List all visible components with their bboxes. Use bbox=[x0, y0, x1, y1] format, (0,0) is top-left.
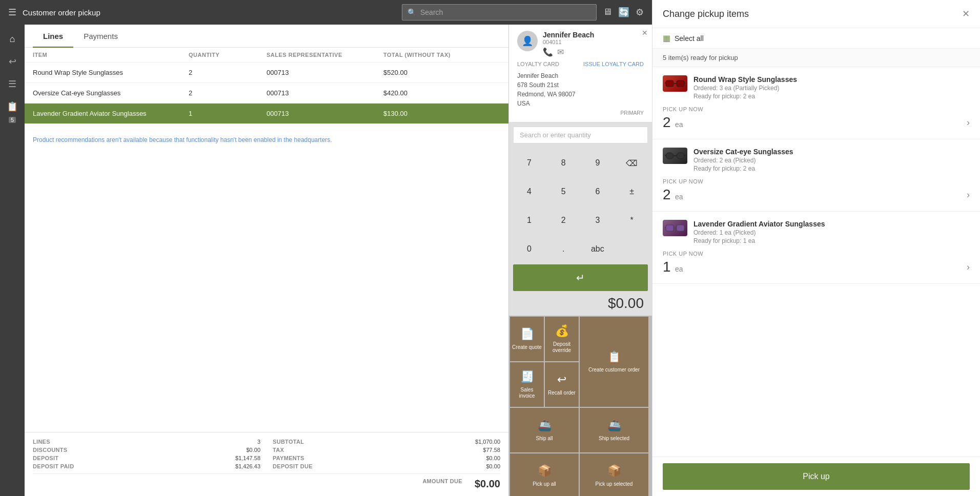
pickup-all-icon: 📦 bbox=[538, 464, 552, 478]
item-name: Lavender Gradient Aviator Sunglasses bbox=[693, 220, 970, 228]
numpad-5[interactable]: 5 bbox=[547, 178, 580, 205]
pickup-items-list: Round Wrap Style Sunglasses Ordered: 3 e… bbox=[652, 67, 980, 457]
deposit-override-icon: 💰 bbox=[555, 324, 569, 338]
select-all-button[interactable]: Select all bbox=[675, 34, 704, 43]
numpad-multiply[interactable]: * bbox=[616, 207, 648, 234]
monitor-icon[interactable]: 🖥 bbox=[603, 7, 612, 18]
settings-icon[interactable]: ⚙ bbox=[636, 7, 644, 18]
item-name: Lavender Gradient Aviator Sunglasses bbox=[33, 110, 189, 117]
close-customer-button[interactable]: ✕ bbox=[642, 29, 648, 37]
quantity-input[interactable]: Search or enter quantity bbox=[513, 127, 648, 143]
item-total: $420.00 bbox=[383, 89, 500, 97]
numpad-2[interactable]: 2 bbox=[547, 207, 580, 234]
payments-row: PAYMENTS $0.00 bbox=[273, 455, 500, 461]
subtotal-row: SUBTOTAL $1,070.00 bbox=[273, 439, 500, 445]
avatar: 👤 bbox=[517, 31, 538, 51]
discounts-value: $0.00 bbox=[246, 447, 260, 453]
app-title: Customer order pickup bbox=[23, 8, 396, 17]
item-details: Oversize Cat-eye Sunglasses Ordered: 2 e… bbox=[693, 148, 970, 172]
lines-label: LINES bbox=[33, 439, 50, 445]
tab-payments[interactable]: Payments bbox=[73, 25, 128, 48]
numpad-9[interactable]: 9 bbox=[582, 150, 614, 176]
sidebar-home[interactable]: ⌂ bbox=[2, 29, 23, 49]
top-bar-icons: 🖥 🔄 ⚙ bbox=[603, 7, 644, 18]
pickup-selected-icon: 📦 bbox=[607, 464, 621, 478]
pickup-chevron[interactable]: › bbox=[967, 190, 970, 200]
table-row[interactable]: Oversize Cat-eye Sunglasses 2 000713 $42… bbox=[25, 83, 508, 104]
item-details: Lavender Gradient Aviator Sunglasses Ord… bbox=[693, 220, 970, 244]
amount-due-row: AMOUNT DUE $0.00 bbox=[33, 473, 500, 490]
customer-address: Jennifer Beach 678 South 21st Redmond, W… bbox=[517, 71, 644, 108]
phone-icon[interactable]: 📞 bbox=[543, 47, 553, 57]
tile-ship-all[interactable]: 🚢 Ship all bbox=[510, 408, 579, 452]
subtotal-label: SUBTOTAL bbox=[273, 439, 304, 445]
deposit-due-value: $0.00 bbox=[486, 463, 500, 469]
numpad-6[interactable]: 6 bbox=[582, 178, 614, 205]
item-ordered: Ordered: 2 ea (Picked) bbox=[693, 157, 970, 164]
tile-ship-selected[interactable]: 🚢 Ship selected bbox=[580, 408, 648, 452]
tile-label: Pick up selected bbox=[596, 481, 633, 487]
table-header: ITEM QUANTITY SALES REPRESENTATIVE TOTAL… bbox=[25, 48, 508, 63]
tile-recall-order[interactable]: ↩ Recall order bbox=[545, 362, 579, 407]
sidebar-menu[interactable]: ☰ bbox=[2, 74, 23, 94]
ship-all-icon: 🚢 bbox=[538, 419, 552, 432]
sidebar: ⌂ ↩ ☰ 📋 5 bbox=[0, 25, 25, 496]
numpad-1[interactable]: 1 bbox=[513, 207, 545, 234]
tax-value: $77.58 bbox=[483, 447, 500, 453]
pickup-button[interactable]: Pick up bbox=[663, 463, 970, 490]
tax-row: TAX $77.58 bbox=[273, 447, 500, 453]
loyalty-action[interactable]: Issue loyalty card bbox=[583, 61, 644, 67]
pickup-qty-unit: ea bbox=[675, 193, 683, 201]
tab-lines[interactable]: Lines bbox=[33, 25, 73, 48]
menu-icon[interactable]: ☰ bbox=[8, 7, 16, 18]
email-icon[interactable]: ✉ bbox=[557, 47, 564, 57]
numpad-0[interactable]: 0 bbox=[513, 236, 545, 262]
lines-row: LINES 3 bbox=[33, 439, 260, 445]
pickup-chevron[interactable]: › bbox=[967, 117, 970, 128]
numpad-abc[interactable]: abc bbox=[582, 236, 614, 262]
pickup-chevron[interactable]: › bbox=[967, 262, 970, 273]
search-bar[interactable]: 🔍 Search bbox=[402, 4, 597, 20]
order-area: Lines Payments ITEM QUANTITY SALES REPRE… bbox=[25, 25, 508, 496]
numpad-enter[interactable]: ↵ bbox=[513, 264, 648, 291]
pickup-qty: 2 bbox=[663, 187, 671, 202]
refresh-icon[interactable]: 🔄 bbox=[618, 7, 629, 18]
tile-create-quote[interactable]: 📄 Create quote bbox=[510, 317, 544, 361]
table-row[interactable]: Lavender Gradient Aviator Sunglasses 1 0… bbox=[25, 104, 508, 124]
numpad-8[interactable]: 8 bbox=[547, 150, 580, 176]
numpad-backspace[interactable]: ⌫ bbox=[616, 150, 648, 176]
svg-rect-5 bbox=[666, 153, 673, 159]
table-row[interactable]: Round Wrap Style Sunglasses 2 000713 $52… bbox=[25, 63, 508, 83]
item-total: $130.00 bbox=[383, 110, 500, 117]
tile-create-customer-order[interactable]: 📋 Create customer order bbox=[580, 317, 648, 407]
item-name: Oversize Cat-eye Sunglasses bbox=[33, 89, 189, 97]
deposit-paid-value: $1,426.43 bbox=[235, 463, 260, 469]
svg-rect-1 bbox=[677, 80, 684, 87]
search-icon: 🔍 bbox=[407, 8, 416, 16]
tile-pickup-selected[interactable]: 📦 Pick up selected bbox=[580, 453, 648, 496]
col-rep: SALES REPRESENTATIVE bbox=[267, 52, 383, 58]
item-rep: 000713 bbox=[267, 110, 383, 117]
tile-sales-invoice[interactable]: 🧾 Sales invoice bbox=[510, 362, 544, 407]
numpad-decimal[interactable]: . bbox=[547, 236, 580, 262]
numpad-plusminus[interactable]: ± bbox=[616, 178, 648, 205]
create-order-icon: 📋 bbox=[607, 350, 621, 364]
numpad-4[interactable]: 4 bbox=[513, 178, 545, 205]
pickup-close-button[interactable]: ✕ bbox=[962, 8, 970, 19]
tile-label: Ship selected bbox=[599, 436, 629, 442]
item-ordered: Ordered: 1 ea (Picked) bbox=[693, 229, 970, 236]
lines-table: ITEM QUANTITY SALES REPRESENTATIVE TOTAL… bbox=[25, 48, 508, 432]
numpad-7[interactable]: 7 bbox=[513, 150, 545, 176]
tile-deposit-override[interactable]: 💰 Deposit override bbox=[545, 317, 579, 361]
item-details: Round Wrap Style Sunglasses Ordered: 3 e… bbox=[693, 75, 970, 100]
sidebar-orders[interactable]: 📋 bbox=[2, 96, 23, 117]
numpad-3[interactable]: 3 bbox=[582, 207, 614, 234]
item-thumbnail bbox=[663, 220, 687, 236]
pickup-qty-row: 1 ea › bbox=[663, 259, 970, 275]
customer-name: Jennifer Beach bbox=[543, 31, 644, 39]
sidebar-returns[interactable]: ↩ bbox=[2, 51, 23, 72]
customer-id: 004011 bbox=[543, 39, 644, 45]
tile-label: Ship all bbox=[536, 436, 553, 442]
item-total: $520.00 bbox=[383, 69, 500, 76]
tile-pickup-all[interactable]: 📦 Pick up all bbox=[510, 453, 579, 496]
